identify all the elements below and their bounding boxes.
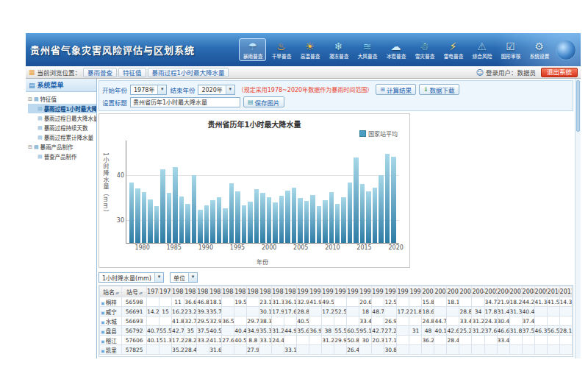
tree-folder[interactable]: ⊟▤特征值 [28,94,96,104]
header-year[interactable]: 1991 [309,286,322,297]
bar-1988[interactable] [192,175,196,243]
nav-risk[interactable]: ⚠综合风险 [468,38,495,61]
table-row[interactable]: ▣盘县5679240.755.542.73537.540.540.434.935… [100,326,574,336]
header-year[interactable]: 1983 [209,286,222,297]
bar-2002[interactable] [279,196,284,243]
bar-2020[interactable] [391,157,395,243]
header-year[interactable]: 1978 [147,286,159,297]
header-year[interactable]: 1980 [172,286,184,297]
bar-1999[interactable] [260,193,265,243]
expander-icon[interactable]: ⊟ [28,96,32,102]
header-year[interactable]: 1987 [259,286,272,297]
header-year[interactable]: 2007 [509,286,522,297]
header-year[interactable]: 1995 [359,286,372,297]
table-row[interactable]: ▣凯里5782535.228.431.627.933.126.430.8 [100,345,574,355]
bar-1978[interactable] [129,183,134,243]
breadcrumb-item[interactable]: 暴雨过程1小时最大降水量 [148,68,229,77]
bar-2019[interactable] [385,154,390,243]
bar-2016[interactable] [366,191,370,243]
bar-1990[interactable] [204,205,209,243]
header-year[interactable]: 2000 [422,286,434,297]
header-year[interactable]: 1997 [384,286,397,297]
header-year[interactable]: 1986 [247,286,259,297]
bar-2001[interactable] [273,202,277,243]
bar-2009[interactable] [323,200,327,243]
bar-1984[interactable] [167,193,171,243]
header-year[interactable]: 1981 [184,286,197,297]
calculate-button[interactable]: ⊞ 计算结果 [376,84,416,95]
bar-2013[interactable] [348,183,352,243]
nav-snow[interactable]: ☃雪灾普查 [411,38,438,61]
bar-1979[interactable] [135,188,140,243]
nav-rain[interactable]: ☂暴雨普查 [239,38,266,61]
bar-1994[interactable] [229,183,234,243]
expander-icon[interactable]: ⊟ [28,144,32,150]
header-year[interactable]: 2009 [534,286,547,297]
header-station-id[interactable]: 站号▴▾ [122,286,147,297]
header-year[interactable]: 2012 [572,286,573,297]
tree-item[interactable]: ▤普查产品制作 [28,152,96,161]
bar-1986[interactable] [179,197,184,243]
header-year[interactable]: 1996 [372,286,384,297]
bar-2000[interactable] [267,197,271,243]
bar-1985[interactable] [173,167,177,243]
bar-1987[interactable] [185,204,190,243]
header-year[interactable]: 1982 [197,286,209,297]
bar-1989[interactable] [198,210,202,243]
bar-1995[interactable] [235,191,240,243]
bar-1993[interactable] [223,208,227,243]
tree-folder[interactable]: ⊟▤暴雨产品制作 [28,142,96,152]
bar-1983[interactable] [160,169,165,243]
bar-1981[interactable] [148,199,152,243]
unit-select[interactable]: 单位 ▾ [170,272,198,283]
tree-item[interactable]: ▤暴雨过程日最大降水量 [28,113,96,123]
bar-2010[interactable] [329,192,334,243]
bar-2004[interactable] [292,188,296,243]
bar-1992[interactable] [217,197,221,243]
table-row[interactable]: ▣榕江5760640.151.317.228.233.241.127.640.5… [100,336,574,345]
header-station-name[interactable]: 站名▴▾ [100,286,122,297]
header-year[interactable]: 1992 [322,286,334,297]
header-year[interactable]: 1988 [272,286,284,297]
header-year[interactable]: 1989 [284,286,297,297]
bar-2017[interactable] [373,188,377,243]
bar-1998[interactable] [254,189,259,243]
bar-1997[interactable] [248,202,252,243]
header-year[interactable]: 1994 [347,286,359,297]
header-year[interactable]: 2011 [559,286,572,297]
tree-item[interactable]: ▤暴雨过程累计降水量 [28,132,96,142]
header-year[interactable]: 1979 [159,286,172,297]
header-year[interactable]: 1984 [222,286,234,297]
bar-1982[interactable] [154,206,159,243]
bar-2014[interactable] [354,158,358,243]
nav-settings[interactable]: ⚙系统设置 [526,38,553,61]
bar-2007[interactable] [310,195,315,243]
header-year[interactable]: 2002 [447,286,459,297]
logout-button[interactable]: 退出系统 [541,68,578,77]
start-year-select[interactable]: 1978年 ▾ [130,85,167,95]
bar-2015[interactable] [360,184,365,243]
tree-item[interactable]: ▤暴雨过程1小时最大降水量 [28,104,96,113]
chart-title-input[interactable] [130,97,240,107]
header-year[interactable]: 2010 [547,286,559,297]
header-year[interactable]: 1999 [409,286,422,297]
bar-1991[interactable] [210,200,215,243]
header-year[interactable]: 1990 [297,286,309,297]
sort-icons[interactable]: ▴▾ [139,290,142,295]
nav-freeze[interactable]: ❄凝冻普查 [325,38,352,61]
table-row[interactable]: ▣桐梓565981136.646.818.119.523.131.336.132… [100,297,574,307]
bar-2018[interactable] [379,175,383,243]
breadcrumb-item[interactable]: 暴雨普查 [83,68,117,77]
nav-heat[interactable]: ☀高温普查 [296,38,323,61]
tree-item[interactable]: ▤暴雨过程持续天数 [28,123,96,132]
header-year[interactable]: 2006 [497,286,509,297]
scrollbar-thumb[interactable] [576,80,580,132]
sort-icons[interactable]: ▴▾ [115,290,118,295]
header-year[interactable]: 2003 [459,286,472,297]
nav-wind[interactable]: ≋大风普查 [354,38,381,61]
bar-2006[interactable] [304,201,309,243]
header-year[interactable]: 1985 [234,286,247,297]
save-image-button[interactable]: ▤ 保存图片 [243,96,284,107]
header-year[interactable]: 2008 [522,286,534,297]
bar-1996[interactable] [242,205,246,243]
